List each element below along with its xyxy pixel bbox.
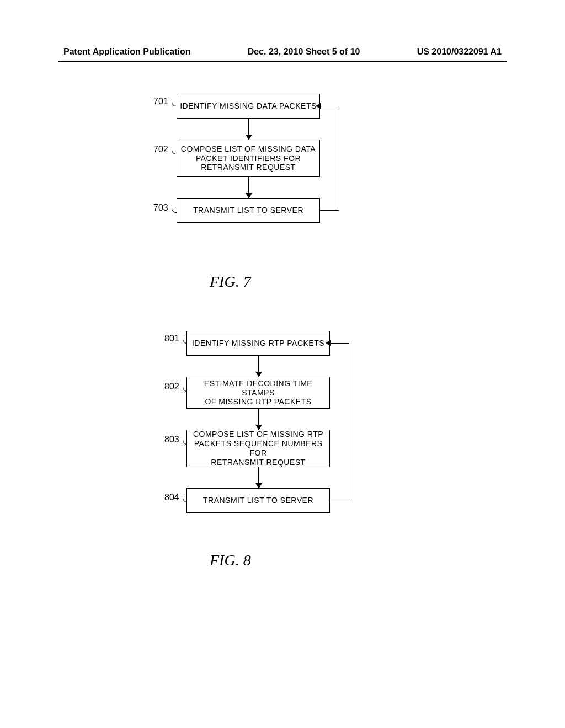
arrow-803-804 [258, 467, 259, 488]
feedback-line-8 [330, 343, 349, 500]
flowchart-fig7: 701 IDENTIFY MISSING DATA PACKETS 702 CO… [154, 94, 320, 223]
arrow-702-703 [248, 177, 249, 198]
fig8-caption: FIG. 8 [210, 552, 251, 569]
box-801: IDENTIFY MISSING RTP PACKETS [186, 331, 330, 356]
box-702: COMPOSE LIST OF MISSING DATA PACKET IDEN… [177, 140, 320, 177]
feedback-arrowhead-8 [326, 340, 331, 346]
header-left: Patent Application Publication [63, 47, 191, 57]
arrow-701-702 [248, 119, 249, 140]
feedback-line-7 [320, 106, 339, 211]
arrow-801-802 [258, 356, 259, 377]
page-header: Patent Application Publication Dec. 23, … [0, 47, 565, 57]
box-804: TRANSMIT LIST TO SERVER [186, 488, 330, 513]
header-center: Dec. 23, 2010 Sheet 5 of 10 [248, 47, 360, 57]
fig7-caption: FIG. 7 [210, 273, 251, 291]
box-802: ESTIMATE DECODING TIME STAMPS OF MISSING… [186, 377, 330, 409]
header-right: US 2010/0322091 A1 [417, 47, 502, 57]
box-703: TRANSMIT LIST TO SERVER [177, 198, 320, 223]
arrow-802-803 [258, 409, 259, 430]
box-701: IDENTIFY MISSING DATA PACKETS [177, 94, 320, 119]
flowchart-fig8: 801 IDENTIFY MISSING RTP PACKETS 802 EST… [154, 331, 320, 513]
feedback-arrowhead-7 [316, 103, 321, 109]
box-803: COMPOSE LIST OF MISSING RTP PACKETS SEQU… [186, 430, 330, 467]
header-divider [58, 61, 507, 62]
